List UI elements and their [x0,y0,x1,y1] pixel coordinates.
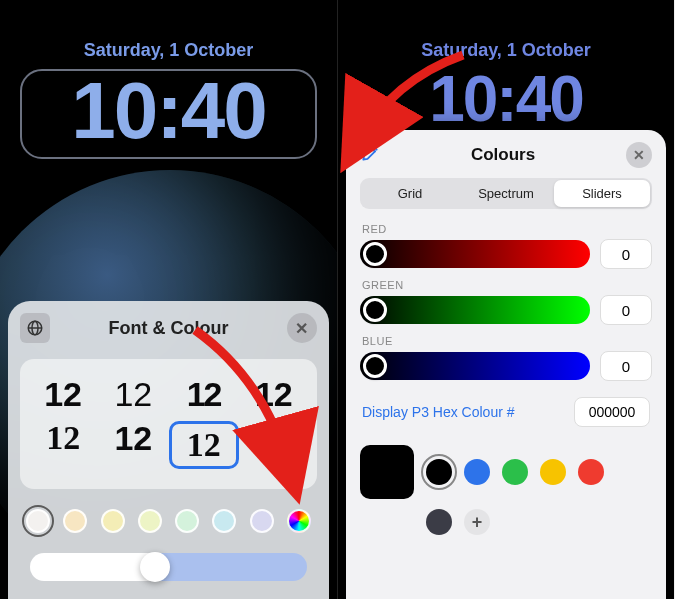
brightness-slider[interactable] [30,553,307,581]
font-option-4[interactable]: 12 [239,377,309,411]
swatch-3[interactable] [101,509,125,533]
close-icon[interactable]: ✕ [626,142,652,168]
preset-red[interactable] [578,459,604,485]
red-thumb[interactable] [363,242,387,266]
brightness-thumb[interactable] [140,552,170,582]
preset-blue[interactable] [464,459,490,485]
swatch-5[interactable] [175,509,199,533]
screenshot-right: Saturday, 1 October 10:40 Colours ✕ Grid… [337,0,674,599]
green-thumb[interactable] [363,298,387,322]
colours-sheet: Colours ✕ Grid Spectrum Sliders RED 0 GR… [346,130,666,599]
preset-colours [360,445,652,499]
globe-icon[interactable] [20,313,50,343]
eyedropper-icon[interactable] [360,143,380,168]
green-slider[interactable] [360,296,590,324]
blue-slider[interactable] [360,352,590,380]
hex-value[interactable]: 000000 [574,397,650,427]
close-icon[interactable]: ✕ [287,313,317,343]
swatch-rainbow[interactable] [287,509,311,533]
swatch-2[interactable] [63,509,87,533]
red-value[interactable]: 0 [600,239,652,269]
preset-yellow[interactable] [540,459,566,485]
red-label: RED [362,223,650,235]
lock-screen-time: 10:40 [22,71,315,151]
swatch-4[interactable] [138,509,162,533]
font-option-2[interactable]: 12 [98,377,168,411]
hex-label: Display P3 Hex Colour # [362,404,515,420]
segmented-control: Grid Spectrum Sliders [360,178,652,209]
screenshot-left: Saturday, 1 October 10:40 Font & Colour … [0,0,337,599]
red-slider[interactable] [360,240,590,268]
blue-label: BLUE [362,335,650,347]
preset-black[interactable] [426,459,452,485]
current-colour-preview [360,445,414,499]
font-option-5[interactable]: 12 [28,421,98,469]
tab-grid[interactable]: Grid [362,180,458,207]
preset-green[interactable] [502,459,528,485]
sheet-title: Font & Colour [109,318,229,339]
swatch-1[interactable] [26,509,50,533]
blue-value[interactable]: 0 [600,351,652,381]
add-preset-button[interactable]: + [464,509,490,535]
blue-thumb[interactable] [363,354,387,378]
lock-screen-date: Saturday, 1 October [338,40,674,61]
preset-darkgrey[interactable] [426,509,452,535]
font-grid: 12 12 12 12 12 12 12 12 [20,359,317,489]
font-colour-sheet: Font & Colour ✕ 12 12 12 12 12 12 12 12 [8,301,329,599]
font-option-3[interactable]: 12 [169,377,239,411]
colour-swatch-row [26,509,311,533]
lock-screen-date: Saturday, 1 October [0,40,337,61]
tab-spectrum[interactable]: Spectrum [458,180,554,207]
swatch-7[interactable] [250,509,274,533]
sheet-title: Colours [471,145,535,165]
tab-sliders[interactable]: Sliders [554,180,650,207]
font-option-7-selected[interactable]: 12 [169,421,239,469]
lock-screen-time: 10:40 [338,67,674,131]
green-value[interactable]: 0 [600,295,652,325]
font-option-6[interactable]: 12 [98,421,168,469]
lock-screen-time-frame[interactable]: 10:40 [20,69,317,159]
font-option-8[interactable]: 12 [239,421,309,469]
green-label: GREEN [362,279,650,291]
swatch-6[interactable] [212,509,236,533]
font-option-1[interactable]: 12 [28,377,98,411]
